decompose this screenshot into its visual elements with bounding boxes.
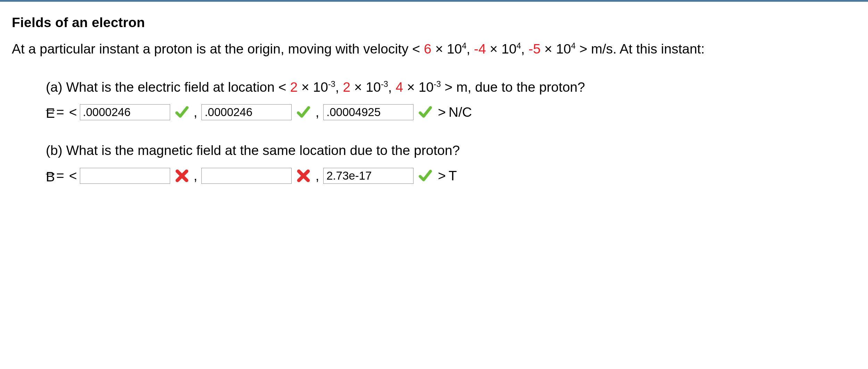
vector-arrow-icon bbox=[46, 101, 56, 106]
qa-times-3: × 10 bbox=[403, 80, 434, 95]
comma-b-1: , bbox=[194, 168, 198, 183]
open-bracket-a: < bbox=[69, 105, 77, 120]
qa-loc-z-coef: 4 bbox=[395, 80, 403, 95]
comma-a-2: , bbox=[315, 105, 319, 120]
e-field-z-input[interactable] bbox=[323, 104, 414, 120]
vector-b-label: B bbox=[46, 169, 55, 184]
qa-end: > m, due to the proton? bbox=[441, 80, 585, 95]
vector-e-label: E bbox=[46, 106, 55, 121]
qa-exp-1: -3 bbox=[328, 80, 335, 89]
part-a: (a) What is the electric field at locati… bbox=[12, 79, 856, 121]
question-b: (b) What is the magnetic field at the sa… bbox=[46, 142, 856, 159]
open-bracket-b: < bbox=[69, 168, 77, 183]
qa-text-1: (a) What is the electric field at locati… bbox=[46, 80, 290, 95]
velocity-x-coef: 6 bbox=[424, 41, 432, 56]
qa-sep-1: , bbox=[335, 80, 343, 95]
problem-intro: At a particular instant a proton is at t… bbox=[12, 40, 856, 58]
intro-times-2: × 10 bbox=[486, 41, 517, 56]
comma-a-1: , bbox=[194, 105, 198, 120]
intro-sep-2: , bbox=[521, 41, 529, 56]
velocity-z-coef: -5 bbox=[528, 41, 541, 56]
intro-sep-1: , bbox=[466, 41, 474, 56]
qa-times-1: × 10 bbox=[298, 80, 328, 95]
unit-a: >N/C bbox=[438, 105, 472, 120]
velocity-y-coef: -4 bbox=[474, 41, 486, 56]
unit-b: >T bbox=[438, 168, 457, 183]
vector-arrow-icon bbox=[46, 164, 56, 169]
intro-exp-1: 4 bbox=[462, 41, 466, 50]
b-field-z-input[interactable] bbox=[323, 168, 414, 184]
check-icon bbox=[418, 105, 432, 119]
b-field-x-input[interactable] bbox=[80, 168, 170, 184]
e-field-y-input[interactable] bbox=[201, 104, 292, 120]
qa-loc-y-coef: 2 bbox=[343, 80, 350, 95]
e-field-x-input[interactable] bbox=[80, 104, 170, 120]
page-title: Fields of an electron bbox=[12, 15, 856, 30]
qa-loc-x-coef: 2 bbox=[290, 80, 298, 95]
intro-times-3: × 10 bbox=[541, 41, 571, 56]
question-a: (a) What is the electric field at locati… bbox=[46, 79, 856, 96]
unit-a-text: N/C bbox=[449, 105, 472, 120]
unit-b-text: T bbox=[449, 168, 457, 183]
check-icon bbox=[418, 169, 432, 183]
qa-exp-3: -3 bbox=[434, 80, 441, 89]
answer-row-a: E = < , , >N/C bbox=[46, 104, 856, 121]
cross-icon bbox=[175, 169, 189, 183]
intro-end: > m/s. At this instant: bbox=[576, 41, 705, 56]
intro-exp-3: 4 bbox=[571, 41, 576, 50]
intro-text-1: At a particular instant a proton is at t… bbox=[12, 41, 424, 56]
b-field-y-input[interactable] bbox=[201, 168, 292, 184]
equals-text-b: = bbox=[56, 168, 64, 183]
check-icon bbox=[175, 105, 189, 119]
check-icon bbox=[297, 105, 310, 119]
vector-b-symbol: B bbox=[46, 167, 55, 184]
intro-times-1: × 10 bbox=[432, 41, 462, 56]
qa-sep-2: , bbox=[388, 80, 396, 95]
intro-exp-2: 4 bbox=[517, 41, 521, 50]
vector-e-symbol: E bbox=[46, 104, 55, 121]
qa-times-2: × 10 bbox=[350, 80, 381, 95]
close-bracket-b: > bbox=[438, 168, 446, 183]
equals-text-a: = bbox=[56, 105, 64, 120]
cross-icon bbox=[297, 169, 310, 183]
comma-b-2: , bbox=[315, 168, 319, 183]
close-bracket-a: > bbox=[438, 105, 446, 120]
part-b: (b) What is the magnetic field at the sa… bbox=[12, 142, 856, 184]
answer-row-b: B = < , , bbox=[46, 167, 856, 184]
qa-exp-2: -3 bbox=[381, 80, 388, 89]
problem-container: Fields of an electron At a particular in… bbox=[0, 0, 868, 369]
